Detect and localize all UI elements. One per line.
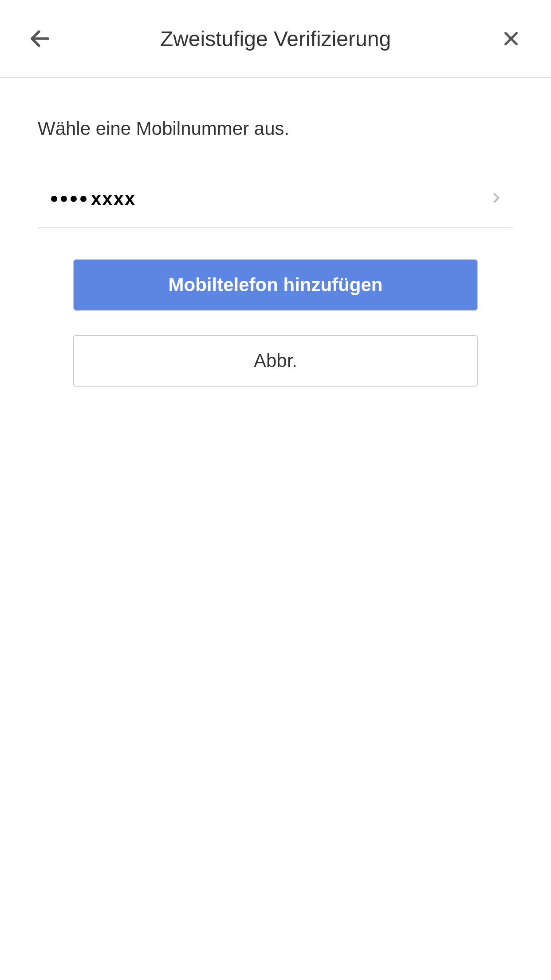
- button-container: Mobiltelefon hinzufügen Abbr.: [38, 259, 513, 387]
- phone-item[interactable]: xxxx: [38, 175, 513, 228]
- add-phone-button[interactable]: Mobiltelefon hinzufügen: [73, 259, 478, 311]
- header: Zweistufige Verifizierung: [0, 0, 551, 78]
- cancel-label: Abbr.: [254, 350, 297, 371]
- phone-list: xxxx: [38, 175, 513, 228]
- instruction-text: Wähle eine Mobilnummer aus.: [38, 118, 513, 139]
- cancel-button[interactable]: Abbr.: [73, 335, 478, 387]
- close-button[interactable]: [498, 25, 524, 52]
- masked-dots-icon: [51, 196, 87, 202]
- add-phone-label: Mobiltelefon hinzufügen: [169, 274, 383, 296]
- chevron-right-icon: [488, 190, 504, 208]
- back-button[interactable]: [27, 25, 53, 52]
- content-area: Wähle eine Mobilnummer aus. xxxx Mobilte…: [0, 78, 551, 387]
- arrow-left-icon: [28, 27, 52, 51]
- close-icon: [500, 28, 522, 50]
- page-title: Zweistufige Verifizierung: [53, 27, 498, 51]
- phone-number-suffix: xxxx: [91, 188, 136, 209]
- phone-number-masked: xxxx: [51, 188, 136, 209]
